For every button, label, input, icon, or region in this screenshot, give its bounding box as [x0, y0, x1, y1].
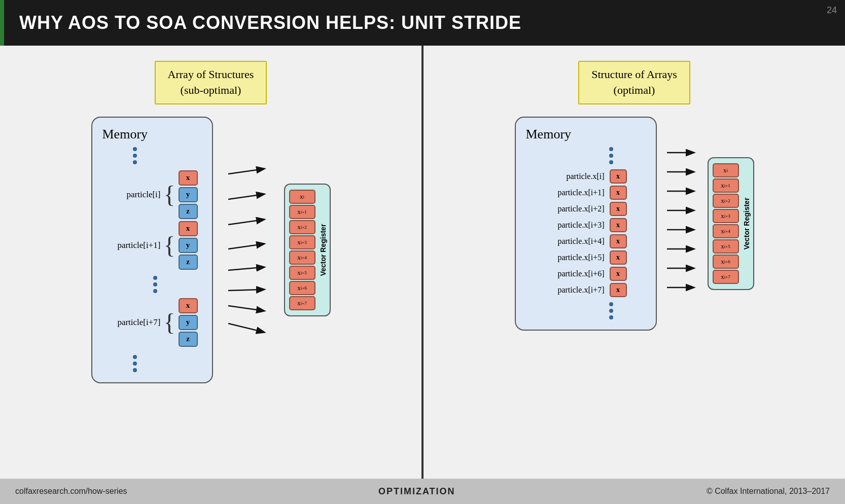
soa-row-label-4: particle.x[i+4]	[526, 237, 605, 246]
cell-z: z	[179, 255, 198, 270]
aos-vector-register: xi xi+1 xi+2 xi+3 xi+4 xi+5 xi+6 xi+7 Ve…	[284, 184, 331, 316]
soa-cell-3: x	[610, 218, 627, 232]
brace-i1: {	[164, 234, 175, 256]
aos-memory-label: Memory	[102, 127, 148, 142]
vcell-xi2: xi+2	[289, 220, 315, 234]
soa-vector-reg-box: xi xi+1 xi+2 xi+3 xi+4 xi+5 xi+6 xi+7 Ve…	[708, 157, 754, 290]
soa-row-label-1: particle.x[i+1]	[526, 188, 605, 197]
footer-left: colfaxresearch.com/how-series	[15, 487, 127, 496]
right-panel: Structure of Arrays (optimal) Memory	[424, 46, 845, 479]
soa-label-box: Structure of Arrays (optimal)	[578, 61, 690, 104]
soa-label-line1: Structure of Arrays	[591, 68, 677, 81]
aos-label-box: Array of Structures (sub-optimal)	[155, 61, 267, 104]
particle-i-label: particle[i]	[102, 190, 161, 200]
soa-vcell-xi4: xi+4	[713, 224, 739, 238]
slide-title: WHY AOS TO SOA CONVERSION HELPS: UNIT ST…	[19, 12, 521, 33]
dot	[609, 315, 613, 319]
slide-container: WHY AOS TO SOA CONVERSION HELPS: UNIT ST…	[0, 0, 845, 504]
soa-vcell-xi3: xi+3	[713, 209, 739, 223]
soa-row-5: particle.x[i+5] x	[526, 250, 646, 265]
vcell-xi5: xi+5	[289, 266, 315, 280]
footer: colfaxresearch.com/how-series OPTIMIZATI…	[0, 479, 845, 504]
vcell-xi: xi	[289, 190, 315, 204]
dot	[609, 309, 613, 313]
cell-y: y	[179, 315, 198, 330]
soa-vcell-xi2: xi+2	[713, 194, 739, 208]
aos-memory-box: Memory particle[i] { x y z	[91, 117, 213, 383]
soa-row-label-0: particle.x[i]	[526, 172, 605, 181]
cell-x: x	[179, 298, 198, 313]
dot	[609, 154, 613, 158]
soa-row-4: particle.x[i+4] x	[526, 234, 646, 248]
svg-line-5	[228, 290, 264, 291]
soa-row-7: particle.x[i+7] x	[526, 283, 646, 297]
soa-vcell-xi1: xi+1	[713, 178, 739, 193]
soa-row-label-3: particle.x[i+3]	[526, 221, 605, 230]
svg-line-6	[228, 306, 264, 311]
aos-label-line1: Array of Structures	[168, 68, 254, 81]
soa-vector-register: xi xi+1 xi+2 xi+3 xi+4 xi+5 xi+6 xi+7 Ve…	[708, 157, 754, 290]
soa-row-0: particle.x[i] x	[526, 169, 646, 184]
dot	[609, 147, 613, 151]
soa-label-line2: (optimal)	[614, 84, 655, 96]
particle-i-cells: x y z	[179, 170, 198, 219]
vector-reg-label-soa: Vector Register	[743, 197, 751, 249]
footer-center: OPTIMIZATION	[378, 486, 455, 497]
vcell-xi6: xi+6	[289, 281, 315, 295]
dot	[133, 154, 137, 158]
svg-line-0	[228, 169, 264, 174]
vcell-xi7: xi+7	[289, 296, 315, 310]
vcell-xi4: xi+4	[289, 250, 315, 265]
vector-reg-label-aos: Vector Register	[319, 224, 327, 276]
soa-row-2: particle.x[i+2] x	[526, 202, 646, 216]
dot	[133, 355, 137, 359]
svg-line-3	[228, 244, 264, 249]
svg-line-4	[228, 267, 264, 270]
particle-i1-cells: x y z	[179, 221, 198, 270]
soa-row-label-6: particle.x[i+6]	[526, 269, 605, 278]
cell-x: x	[179, 170, 198, 186]
footer-right: © Colfax International, 2013–2017	[707, 487, 830, 496]
soa-vcell-xi6: xi+6	[713, 255, 739, 269]
title-bar: WHY AOS TO SOA CONVERSION HELPS: UNIT ST…	[0, 0, 845, 46]
particle-i7-cells: x y z	[179, 298, 198, 347]
slide-number: 24	[827, 5, 837, 16]
soa-row-label-7: particle.x[i+7]	[526, 285, 605, 295]
svg-line-7	[228, 323, 264, 332]
soa-row-label-2: particle.x[i+2]	[526, 204, 605, 213]
soa-cell-1: x	[610, 186, 627, 200]
cell-y: y	[179, 238, 198, 253]
svg-line-2	[228, 220, 264, 225]
vcell-xi3: xi+3	[289, 235, 315, 249]
left-panel: Array of Structures (sub-optimal) Memory	[0, 46, 421, 479]
soa-row-3: particle.x[i+3] x	[526, 218, 646, 232]
svg-line-1	[228, 194, 264, 199]
soa-memory-box: Memory particle.x[i] x particle.x[i+1]	[515, 117, 657, 331]
dot	[609, 302, 613, 306]
soa-cell-0: x	[610, 169, 627, 184]
dot	[153, 276, 157, 280]
soa-cell-7: x	[610, 283, 627, 297]
vcell-xi1: xi+1	[289, 205, 315, 219]
soa-vcell-xi: xi	[713, 163, 739, 177]
brace-i7: {	[164, 311, 175, 333]
cell-x: x	[179, 221, 198, 236]
particle-i1-label: particle[i+1]	[102, 240, 161, 250]
dot	[133, 160, 137, 164]
particle-i7-label: particle[i+7]	[102, 317, 161, 328]
dot	[609, 160, 613, 164]
soa-row-6: particle.x[i+6] x	[526, 267, 646, 281]
soa-row-1: particle.x[i+1] x	[526, 186, 646, 200]
cell-y: y	[179, 187, 198, 202]
soa-cell-2: x	[610, 202, 627, 216]
dot	[133, 362, 137, 366]
dot	[153, 282, 157, 286]
dot	[133, 147, 137, 151]
soa-cell-4: x	[610, 234, 627, 248]
soa-cell-6: x	[610, 267, 627, 281]
soa-memory-label: Memory	[526, 127, 646, 142]
vector-reg-box: xi xi+1 xi+2 xi+3 xi+4 xi+5 xi+6 xi+7 Ve…	[284, 184, 331, 316]
brace-i: {	[164, 184, 175, 205]
aos-label-line2: (sub-optimal)	[181, 84, 241, 96]
soa-vcell-xi7: xi+7	[713, 270, 739, 284]
